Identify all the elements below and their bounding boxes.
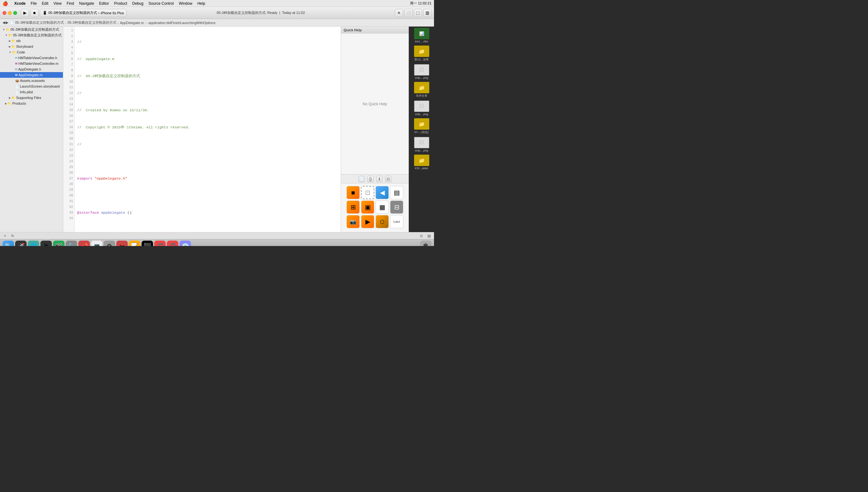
apple-logo-icon[interactable]: 🍎	[2, 1, 8, 6]
rs-item-snip2[interactable]: 🖼 snip....png	[409, 99, 434, 117]
assistant-toggle[interactable]: ⬚	[414, 9, 422, 17]
minimize-button[interactable]	[8, 11, 12, 15]
ib-play-icon[interactable]: ▶	[361, 215, 374, 228]
qh-code-btn[interactable]: {}	[367, 176, 374, 182]
dock-imovie[interactable]: 🎬	[53, 241, 65, 246]
breadcrumb-part-3[interactable]: AppDelegate.m	[120, 21, 144, 25]
rs-snip1-icon: 🖼	[414, 64, 429, 76]
nav-back-button[interactable]: ◀	[2, 21, 5, 25]
code-editor[interactable]: 1 2 3 4 5 6 7 8 9 10 11 12 13 14 15 16 1…	[63, 27, 341, 232]
ib-panel: ■ ⊡ ◀ ▤ ⊞ ▣ ▦ ⊟ 📷 ▶ ⬡ Label	[341, 183, 409, 232]
build-status: 05-3种加载自定义控制器的方式: Ready | Today at 11:02	[128, 10, 393, 15]
ib-table-icon[interactable]: ▦	[376, 200, 389, 214]
ib-camera-icon[interactable]: 📷	[347, 215, 360, 228]
ib-segment-icon[interactable]: ▣	[361, 200, 374, 214]
dock-mouse[interactable]: 🖱	[41, 241, 52, 246]
menu-debug[interactable]: Debug	[132, 1, 143, 6]
nav-item-project[interactable]: ▼ 📁 05-3种加载自定义控制器的方式	[0, 32, 63, 38]
menu-product[interactable]: Product	[114, 1, 127, 6]
view-options-button[interactable]: ▤	[427, 233, 432, 239]
dock-xmind2[interactable]: ✂	[116, 241, 128, 246]
dock-safari[interactable]: 🌐	[28, 241, 39, 246]
qh-file-btn[interactable]: 📄	[358, 176, 365, 182]
menu-time: 周一 11:02:21	[410, 1, 432, 6]
dock-xmind[interactable]: 📌	[78, 241, 90, 246]
close-button[interactable]	[2, 11, 6, 15]
filter-button[interactable]: ⊙	[419, 233, 424, 239]
code-text[interactable]: // // AppDelegate.m // 05-3种加载自定义控制器的方式 …	[75, 27, 341, 232]
toolbar: ▶ ■ 📱 05-3种加载自定义控制器的方式 › iPhone 6s Plus …	[0, 7, 434, 19]
breadcrumb-part-1[interactable]: 05-3种加载自定义控制器的方式	[15, 20, 64, 25]
rs-item-folder2[interactable]: 📁 车丹分享	[409, 81, 434, 99]
menu-source-control[interactable]: Source Control	[149, 1, 174, 6]
rs-item-folder3[interactable]: 📁 07-...(优化)	[409, 117, 434, 136]
menu-help[interactable]: Help	[197, 1, 205, 6]
ib-dashed-icon[interactable]: ⊡	[361, 186, 374, 199]
dock-finder[interactable]: 🔍	[2, 241, 14, 246]
rs-item-folder1[interactable]: 📁 第13...业维	[409, 44, 434, 63]
run-button[interactable]: ▶	[21, 9, 29, 17]
nav-item-xib[interactable]: ▶ 📁 xib	[0, 38, 63, 44]
quick-help-title: Quick Help	[343, 28, 362, 32]
dock-note[interactable]: 📝	[129, 241, 141, 246]
ib-bar-icon[interactable]: ⊟	[390, 200, 403, 214]
ib-cube-icon[interactable]: ⬡	[376, 215, 389, 228]
nav-item-supporting[interactable]: ▶ 📁 Supporting Files	[0, 95, 63, 101]
qh-size-btn[interactable]: ⊡	[385, 176, 391, 182]
nav-item-infoplist[interactable]: ▶ 📄 Info.plist	[0, 89, 63, 95]
navigator-toggle[interactable]: ≡	[395, 9, 403, 17]
menu-file[interactable]: File	[31, 1, 37, 6]
dock-terminal-w[interactable]: 💻	[91, 241, 102, 246]
code-area[interactable]: 1 2 3 4 5 6 7 8 9 10 11 12 13 14 15 16 1…	[63, 27, 341, 232]
add-file-button[interactable]: +	[2, 233, 7, 239]
quick-help-content: No Quick Help	[341, 33, 409, 174]
rs-item-xlsx[interactable]: 📊 ios1....xlsx	[409, 27, 434, 44]
menu-find[interactable]: Find	[67, 1, 74, 6]
file-navigator: ▼ 📁 05-3种加载自定义控制器的方式 ▼ 📁 05-3种加载自定义控制器的方…	[0, 27, 63, 232]
nav-item-hmtable-m[interactable]: ▶ M HMTableViewController.m	[0, 61, 63, 67]
dock-music2[interactable]: 🎵	[167, 241, 178, 246]
nav-item-root[interactable]: ▼ 📁 05-3种加载自定义控制器的方式	[0, 27, 63, 32]
rs-snip3-icon: 🖼	[414, 137, 429, 148]
menu-window[interactable]: Window	[179, 1, 193, 6]
dock-trash[interactable]: 🗑	[420, 241, 432, 246]
breadcrumb-part-4[interactable]: -application:didFinishLaunchingWithOptio…	[148, 21, 216, 25]
dock-tools[interactable]: 🔧	[66, 241, 77, 246]
rs-item-folder4[interactable]: 📁 KSI...aster	[409, 153, 434, 171]
debug-toggle[interactable]: ⬜	[404, 9, 412, 17]
utility-toggle[interactable]: ▥	[423, 9, 432, 17]
dock-terminal[interactable]: ⬛	[142, 241, 153, 246]
nav-forward-button[interactable]: ▶	[6, 21, 8, 25]
ib-grid-icon[interactable]: ⊞	[347, 200, 360, 214]
menu-edit[interactable]: Edit	[42, 1, 48, 6]
menu-editor[interactable]: Editor	[99, 1, 109, 6]
nav-item-code[interactable]: ▼ 📁 Code	[0, 49, 63, 55]
nav-item-appdelegate-m[interactable]: ▶ M AppDelegate.m	[0, 72, 63, 78]
ib-label-icon[interactable]: Label	[390, 215, 403, 228]
dock-launchpad[interactable]: 🚀	[15, 241, 27, 246]
nav-item-storyboard[interactable]: ▶ 📁 Storyboard	[0, 44, 63, 49]
ib-view-icon[interactable]: ■	[347, 186, 360, 199]
menu-xcode[interactable]: Xcode	[14, 1, 26, 6]
no-quick-help-text: No Quick Help	[362, 102, 387, 106]
nav-item-hmtable-h[interactable]: ▶ H HMTableViewController.h	[0, 55, 63, 61]
nav-item-launchscreen[interactable]: ▶ 📄 LaunchScreen.storyboard	[0, 83, 63, 89]
breadcrumb-part-2[interactable]: 05-3种加载自定义控制器的方式	[68, 20, 116, 25]
maximize-button[interactable]	[13, 11, 17, 15]
nav-item-assets[interactable]: ▶ 📦 Assets.xcassets	[0, 78, 63, 83]
rs-item-snip3[interactable]: 🖼 snip....png	[409, 136, 434, 153]
scheme-selector[interactable]: 📱 05-3种加载自定义控制器的方式 › iPhone 6s Plus	[40, 9, 127, 17]
stop-button[interactable]: ■	[30, 9, 39, 17]
ib-doc-icon[interactable]: ▤	[390, 186, 403, 199]
nav-item-products[interactable]: ▶ 📁 Products	[0, 101, 63, 106]
dock-preferences[interactable]: ⚙	[104, 241, 115, 246]
qh-info-btn[interactable]: ℹ	[376, 176, 382, 182]
menu-navigate[interactable]: Navigate	[79, 1, 94, 6]
menu-view[interactable]: View	[53, 1, 62, 6]
ib-back-icon[interactable]: ◀	[376, 186, 389, 199]
nav-item-appdelegate-h[interactable]: ▶ H AppDelegate.h	[0, 67, 63, 72]
dock-disk[interactable]: 💿	[180, 241, 191, 246]
rs-item-snip1[interactable]: 🖼 snip....png	[409, 63, 434, 81]
refresh-button[interactable]: ↻	[10, 233, 15, 239]
dock-music1[interactable]: 🎵	[154, 241, 165, 246]
